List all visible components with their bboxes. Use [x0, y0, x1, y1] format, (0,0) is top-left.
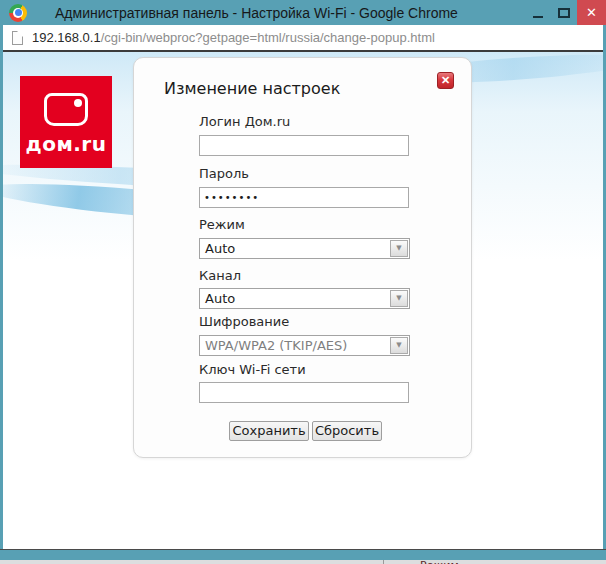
- domru-logo-text: дом.ru: [26, 132, 107, 156]
- domru-tv-icon: [44, 93, 88, 126]
- settings-panel: Изменение настроек ✕ Логин Дом.ru Пароль…: [133, 57, 472, 458]
- minimize-icon: [533, 16, 543, 18]
- url-path: /cgi-bin/webproc?getpage=html/russia/cha…: [101, 30, 435, 45]
- page-document-icon: [12, 31, 23, 45]
- maximize-button[interactable]: [551, 0, 577, 25]
- reset-button[interactable]: Сбросить: [312, 421, 382, 441]
- minimize-button[interactable]: [525, 0, 551, 25]
- chrome-logo-icon: [9, 4, 27, 22]
- address-bar[interactable]: 192.168.0.1/cgi-bin/webproc?getpage=html…: [3, 25, 603, 52]
- password-label: Пароль: [199, 166, 249, 181]
- save-button[interactable]: Сохранить: [229, 421, 309, 441]
- chevron-down-icon: ▼: [396, 295, 401, 302]
- wifi-key-label: Ключ Wi-Fi сети: [199, 362, 306, 377]
- domru-logo: дом.ru: [20, 76, 112, 168]
- background-page-partial-text: Режим: [420, 560, 459, 564]
- mode-label: Режим: [199, 217, 245, 232]
- chevron-down-icon: ▼: [396, 245, 401, 252]
- window-border-bottom: [0, 549, 606, 560]
- panel-title: Изменение настроек: [164, 79, 340, 98]
- encryption-select-dropdown-button[interactable]: ▼: [390, 337, 408, 354]
- login-input[interactable]: [199, 135, 409, 156]
- window-close-button[interactable]: ✕: [577, 0, 606, 25]
- background-page-sliver: Режим: [0, 560, 606, 564]
- window-title: Административная панель - Настройка Wi-F…: [55, 5, 458, 21]
- encryption-select[interactable]: WPA/WPA2 (TKIP/AES) ▼: [199, 335, 410, 356]
- window-titlebar: Административная панель - Настройка Wi-F…: [0, 0, 606, 25]
- login-label: Логин Дом.ru: [199, 114, 290, 129]
- page-content: дом.ru Изменение настроек ✕ Логин Дом.ru…: [3, 52, 603, 549]
- chevron-down-icon: ▼: [396, 342, 401, 349]
- mode-select-value: Auto: [205, 241, 235, 256]
- password-input[interactable]: [199, 187, 409, 208]
- channel-select-value: Auto: [205, 291, 235, 306]
- panel-close-button[interactable]: ✕: [437, 72, 454, 89]
- channel-select[interactable]: Auto ▼: [199, 288, 410, 309]
- url-host: 192.168.0.1: [32, 30, 101, 45]
- mode-select[interactable]: Auto ▼: [199, 238, 410, 259]
- background-page-divider: [383, 560, 384, 564]
- mode-select-dropdown-button[interactable]: ▼: [390, 240, 408, 257]
- channel-label: Канал: [199, 268, 241, 283]
- wifi-key-input[interactable]: [199, 382, 409, 403]
- window-controls: ✕: [525, 0, 606, 25]
- encryption-select-value: WPA/WPA2 (TKIP/AES): [205, 338, 347, 353]
- channel-select-dropdown-button[interactable]: ▼: [390, 290, 408, 307]
- encryption-label: Шифрование: [199, 314, 289, 329]
- url-text[interactable]: 192.168.0.1/cgi-bin/webproc?getpage=html…: [32, 30, 435, 45]
- maximize-icon: [558, 8, 570, 18]
